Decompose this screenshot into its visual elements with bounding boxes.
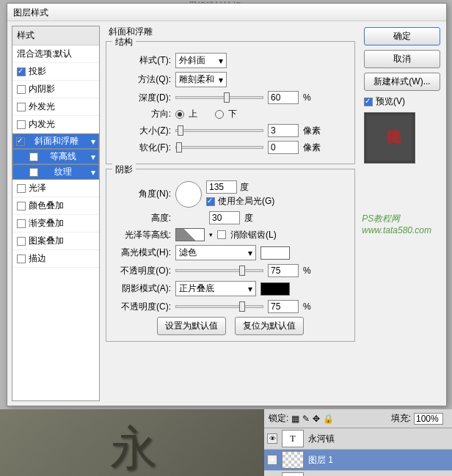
ok-button[interactable]: 确定 [364, 27, 440, 45]
style-label: 内发光 [29, 118, 55, 131]
layer-thumb [282, 472, 304, 476]
fill-input[interactable]: 100% [414, 413, 443, 425]
layer-name: 图层 1 [308, 454, 333, 466]
antialias-checkbox[interactable] [217, 230, 226, 239]
style-checkbox[interactable] [29, 168, 38, 177]
style-item-8[interactable]: 颜色叠加 [12, 197, 99, 215]
style-checkbox[interactable] [16, 137, 25, 146]
preview-checkbox[interactable] [364, 98, 373, 106]
cancel-button[interactable]: 取消 [364, 50, 440, 68]
depth-label: 深度(D): [112, 92, 171, 104]
style-checkbox[interactable] [17, 103, 26, 111]
layer-row-1[interactable]: 👁图层 1 [264, 450, 452, 471]
style-checkbox[interactable] [17, 67, 26, 76]
style-checkbox[interactable] [17, 85, 26, 94]
highlight-opacity-input[interactable]: 75 [268, 264, 299, 277]
style-checkbox[interactable] [17, 255, 26, 263]
style-item-10[interactable]: 图案叠加 [12, 232, 99, 250]
visibility-icon[interactable]: 👁 [267, 433, 277, 444]
style-checkbox[interactable] [17, 202, 26, 210]
style-item-7[interactable]: 光泽 [12, 180, 99, 197]
style-item-2[interactable]: 外发光 [12, 98, 99, 116]
lock-all-icon[interactable]: 🔒 [323, 414, 334, 424]
soften-input[interactable]: 0 [268, 141, 299, 154]
style-label: 光泽 [29, 182, 46, 194]
style-item-11[interactable]: 描边 [12, 250, 99, 268]
soften-slider[interactable] [175, 146, 263, 149]
reset-default-button[interactable]: 复位为默认值 [235, 317, 304, 335]
style-label: 外发光 [29, 100, 55, 113]
layer-thumb [282, 451, 304, 469]
antialias-label: 消除锯齿(L) [230, 229, 277, 241]
styles-list: 样式 混合选项:默认 投影内阴影外发光内发光斜面和浮雕等高线纹理光泽颜色叠加渐变… [12, 26, 100, 401]
gloss-label: 光泽等高线: [112, 229, 171, 241]
px-unit2: 像素 [303, 142, 321, 154]
style-checkbox[interactable] [17, 120, 26, 129]
style-select[interactable]: 外斜面 [175, 53, 227, 68]
angle-dial[interactable] [175, 181, 202, 208]
new-style-button[interactable]: 新建样式(W)... [364, 73, 440, 91]
lock-transparency-icon[interactable]: ▦ [291, 414, 299, 424]
lock-position-icon[interactable]: ✥ [313, 414, 320, 424]
style-checkbox[interactable] [17, 237, 26, 246]
gloss-contour-picker[interactable] [175, 228, 205, 241]
style-checkbox[interactable] [29, 153, 38, 161]
style-label: 内阴影 [29, 83, 55, 95]
lock-paint-icon[interactable]: ✎ [302, 414, 310, 424]
deg-unit: 度 [240, 181, 249, 194]
technique-select[interactable]: 雕刻柔和 [175, 72, 227, 87]
angle-input[interactable]: 135 [206, 180, 237, 194]
altitude-input[interactable]: 30 [209, 211, 240, 224]
highlight-mode-label: 高光模式(H): [112, 246, 171, 259]
global-light-checkbox[interactable] [206, 197, 215, 206]
canvas-preview [0, 409, 264, 476]
px-unit: 像素 [303, 125, 321, 137]
structure-group: 结构 样式(T): 外斜面 方法(Q): 雕刻柔和 深度(D): 60 % 方向… [106, 41, 355, 164]
make-default-button[interactable]: 设置为默认值 [157, 317, 226, 335]
style-item-3[interactable]: 内发光 [12, 116, 99, 133]
style-item-9[interactable]: 渐变叠加 [12, 215, 99, 232]
size-slider[interactable] [175, 129, 263, 132]
shading-legend: 阴影 [112, 164, 136, 176]
direction-up-radio[interactable] [175, 110, 184, 119]
direction-down-radio[interactable] [215, 110, 224, 119]
style-label: 颜色叠加 [29, 199, 64, 212]
shadow-mode-select[interactable]: 正片叠底 [175, 281, 256, 296]
depth-input[interactable]: 60 [268, 91, 299, 104]
visibility-icon[interactable]: 👁 [267, 455, 277, 465]
style-label: 描边 [29, 252, 46, 265]
style-item-5[interactable]: 等高线 [12, 149, 99, 164]
soften-label: 软化(F): [112, 142, 171, 154]
structure-legend: 结构 [112, 36, 136, 48]
style-checkbox[interactable] [17, 184, 26, 193]
shadow-mode-label: 阴影模式(A): [112, 282, 171, 295]
direction-label: 方向: [112, 108, 171, 120]
shadow-color-swatch[interactable] [260, 282, 290, 296]
workspace: 锁定: ▦ ✎ ✥ 🔒 填充: 100% 👁T永河镇👁图层 1👁背景 [0, 409, 452, 476]
dialog-title: 图层样式 [7, 4, 446, 21]
shadow-opacity-input[interactable]: 75 [268, 300, 299, 313]
style-item-1[interactable]: 内阴影 [12, 81, 99, 98]
style-item-6[interactable]: 纹理 [12, 164, 99, 180]
layer-row-0[interactable]: 👁T永河镇 [264, 428, 452, 450]
layer-thumb: T [282, 430, 304, 447]
style-checkbox[interactable] [17, 219, 26, 228]
highlight-opacity-slider[interactable] [175, 269, 263, 272]
layer-row-2[interactable]: 👁背景 [264, 471, 452, 476]
style-label: 投影 [29, 65, 46, 78]
style-item-4[interactable]: 斜面和浮雕 [12, 133, 99, 149]
highlight-mode-select[interactable]: 滤色 [175, 245, 256, 260]
layers-panel: 锁定: ▦ ✎ ✥ 🔒 填充: 100% 👁T永河镇👁图层 1👁背景 [264, 409, 452, 476]
shadow-opacity-slider[interactable] [175, 305, 263, 308]
highlight-color-swatch[interactable] [260, 246, 290, 260]
style-label: 纹理 [54, 166, 72, 178]
style-item-0[interactable]: 投影 [12, 63, 99, 81]
dialog-buttons: 确定 取消 新建样式(W)... 预览(V) [358, 21, 446, 406]
shadow-opacity-label: 不透明度(C): [112, 301, 171, 313]
group-title: 斜面和浮雕 [109, 26, 355, 38]
depth-slider[interactable] [175, 96, 263, 99]
blend-options-row[interactable]: 混合选项:默认 [12, 45, 99, 63]
size-input[interactable]: 3 [268, 124, 299, 137]
layer-style-dialog: 图层样式 样式 混合选项:默认 投影内阴影外发光内发光斜面和浮雕等高线纹理光泽颜… [7, 3, 447, 406]
layer-name: 永河镇 [308, 433, 335, 445]
